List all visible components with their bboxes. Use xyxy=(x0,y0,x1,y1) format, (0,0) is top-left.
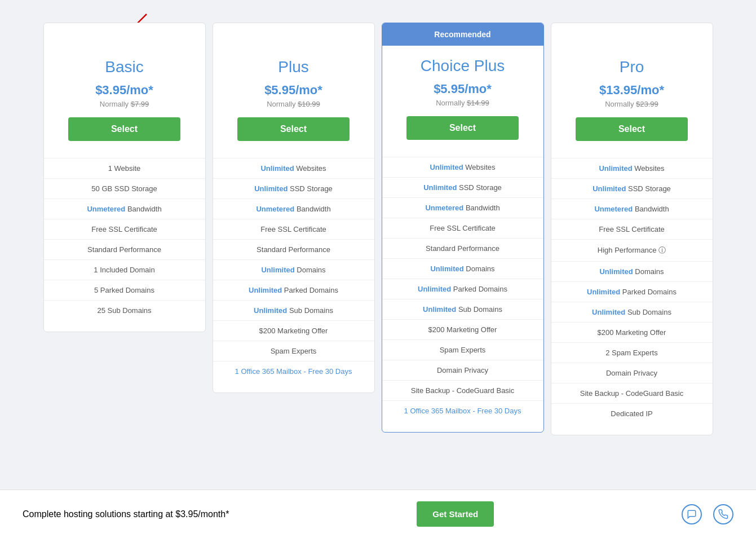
feature-item: Site Backup - CodeGuard Basic xyxy=(382,380,543,400)
plan-price-basic: $3.95/mo* xyxy=(50,83,200,98)
plan-card-basic: Basic$3.95/mo*Normally $7.99Select1 Webs… xyxy=(43,23,206,332)
select-button-pro[interactable]: Select xyxy=(576,117,688,141)
feature-item: Unlimited Domains xyxy=(551,261,713,281)
plan-header-choice-plus: Choice Plus$5.95/mo*Normally $14.99Selec… xyxy=(382,46,543,151)
feature-item: 50 GB SSD Storage xyxy=(44,178,205,199)
feature-item: Free SSL Certificate xyxy=(213,219,374,239)
select-button-basic[interactable]: Select xyxy=(68,117,181,141)
feature-item: High Performance ⓘ xyxy=(551,239,713,261)
plan-name-basic: Basic xyxy=(50,58,200,76)
feature-highlight: Unlimited xyxy=(592,308,625,316)
feature-item: Unlimited SSD Storage xyxy=(551,178,713,199)
feature-item: Domain Privacy xyxy=(382,360,543,380)
feature-highlight: Unlimited xyxy=(260,164,294,173)
plan-normal-price-choice-plus: Normally $14.99 xyxy=(388,99,538,107)
features-list-plus: Unlimited WebsitesUnlimited SSD StorageU… xyxy=(213,158,374,381)
get-started-button[interactable]: Get Started xyxy=(417,501,494,527)
feature-item: Standard Performance xyxy=(382,238,543,258)
plan-normal-price-basic: Normally $7.99 xyxy=(50,100,200,108)
feature-highlight: Unmetered xyxy=(87,205,125,213)
feature-item: Unlimited Parked Domains xyxy=(213,280,374,300)
feature-highlight: Unlimited xyxy=(599,267,633,276)
features-list-pro: Unlimited WebsitesUnlimited SSD StorageU… xyxy=(551,158,713,424)
recommended-badge: Recommended xyxy=(382,23,543,46)
feature-highlight: Unlimited xyxy=(423,305,456,314)
feature-item: 1 Included Domain xyxy=(44,259,205,280)
feature-link[interactable]: 1 Office 365 Mailbox - Free 30 Days xyxy=(404,407,521,415)
feature-highlight: Unmetered xyxy=(425,204,463,212)
features-list-choice-plus: Unlimited WebsitesUnlimited SSD StorageU… xyxy=(382,157,543,421)
feature-item: $200 Marketing Offer xyxy=(213,320,374,341)
feature-highlight: Unlimited xyxy=(261,266,294,274)
feature-item: 1 Website xyxy=(44,158,205,178)
feature-item: Unlimited SSD Storage xyxy=(382,177,543,197)
feature-item: Free SSL Certificate xyxy=(382,218,543,238)
feature-item: Spam Experts xyxy=(213,341,374,361)
feature-item: $200 Marketing Offer xyxy=(551,322,713,342)
plan-header-pro: Pro$13.95/mo*Normally $23.99Select xyxy=(551,47,713,152)
feature-item: Standard Performance xyxy=(44,239,205,259)
feature-item: Unlimited Sub Domains xyxy=(551,302,713,322)
plan-card-pro: Pro$13.95/mo*Normally $23.99SelectUnlimi… xyxy=(551,23,713,435)
feature-item: Unmetered Bandwidth xyxy=(213,199,374,219)
feature-item: Unlimited Websites xyxy=(382,157,543,177)
feature-highlight: Unlimited xyxy=(254,184,288,193)
feature-item: Domain Privacy xyxy=(551,363,713,383)
feature-item: Unlimited Sub Domains xyxy=(213,300,374,320)
plan-price-choice-plus: $5.95/mo* xyxy=(388,82,538,96)
plan-name-pro: Pro xyxy=(557,58,707,76)
main-content: Basic$3.95/mo*Normally $7.99Select1 Webs… xyxy=(0,0,756,490)
feature-highlight: Unlimited xyxy=(593,184,626,193)
feature-item: Free SSL Certificate xyxy=(551,219,713,239)
feature-item: 25 Sub Domains xyxy=(44,300,205,320)
feature-highlight: Unmetered xyxy=(594,205,633,213)
plan-name-plus: Plus xyxy=(219,58,369,76)
feature-highlight: Unlimited xyxy=(587,288,620,296)
plan-price-plus: $5.95/mo* xyxy=(219,83,369,98)
feature-item: Unlimited Websites xyxy=(213,158,374,178)
feature-item: Unlimited Domains xyxy=(382,258,543,279)
select-button-plus[interactable]: Select xyxy=(237,117,350,141)
select-button-choice-plus[interactable]: Select xyxy=(406,116,519,140)
plan-card-choice-plus: RecommendedChoice Plus$5.95/mo*Normally … xyxy=(382,23,544,433)
feature-highlight: Unmetered xyxy=(256,205,294,213)
feature-item: Unlimited SSD Storage xyxy=(213,178,374,199)
feature-highlight: Unlimited xyxy=(249,286,282,294)
feature-item: Unlimited Websites xyxy=(551,158,713,178)
feature-item: Standard Performance xyxy=(213,239,374,259)
chat-icon[interactable] xyxy=(682,504,702,524)
feature-item: 1 Office 365 Mailbox - Free 30 Days xyxy=(213,361,374,381)
plan-name-choice-plus: Choice Plus xyxy=(388,57,538,75)
feature-item: Unlimited Parked Domains xyxy=(382,279,543,299)
feature-item: 1 Office 365 Mailbox - Free 30 Days xyxy=(382,400,543,421)
bottom-bar-icons xyxy=(682,504,733,524)
feature-item: $200 Marketing Offer xyxy=(382,319,543,339)
feature-highlight: Unlimited xyxy=(599,164,632,173)
feature-item: Unlimited Parked Domains xyxy=(551,281,713,302)
feature-highlight: Unlimited xyxy=(418,285,451,293)
feature-highlight: Unlimited xyxy=(423,183,457,192)
plans-container: Basic$3.95/mo*Normally $7.99Select1 Webs… xyxy=(40,23,717,435)
feature-highlight: Unlimited xyxy=(254,306,287,315)
bottom-bar-center: Get Started xyxy=(417,501,494,527)
feature-item: Unmetered Bandwidth xyxy=(382,197,543,218)
plan-price-pro: $13.95/mo* xyxy=(557,83,707,98)
phone-icon[interactable] xyxy=(713,504,733,524)
feature-item: Dedicated IP xyxy=(551,403,713,424)
feature-item: Site Backup - CodeGuard Basic xyxy=(551,383,713,403)
feature-item: Unlimited Domains xyxy=(213,259,374,280)
feature-highlight: Unlimited xyxy=(430,163,463,171)
feature-item: 2 Spam Experts xyxy=(551,342,713,363)
plan-header-plus: Plus$5.95/mo*Normally $10.99Select xyxy=(213,47,374,152)
features-list-basic: 1 Website50 GB SSD StorageUnmetered Band… xyxy=(44,158,205,320)
feature-item: Free SSL Certificate xyxy=(44,219,205,239)
feature-item: Spam Experts xyxy=(382,339,543,360)
feature-item: Unmetered Bandwidth xyxy=(551,199,713,219)
feature-link[interactable]: 1 Office 365 Mailbox - Free 30 Days xyxy=(235,367,352,376)
plan-normal-price-plus: Normally $10.99 xyxy=(219,100,369,108)
feature-item: 5 Parked Domains xyxy=(44,280,205,300)
plan-card-plus: Plus$5.95/mo*Normally $10.99SelectUnlimi… xyxy=(213,23,375,393)
bottom-bar: Complete hosting solutions starting at $… xyxy=(0,490,756,538)
plan-header-basic: Basic$3.95/mo*Normally $7.99Select xyxy=(44,47,205,152)
bottom-bar-text: Complete hosting solutions starting at $… xyxy=(23,509,229,519)
